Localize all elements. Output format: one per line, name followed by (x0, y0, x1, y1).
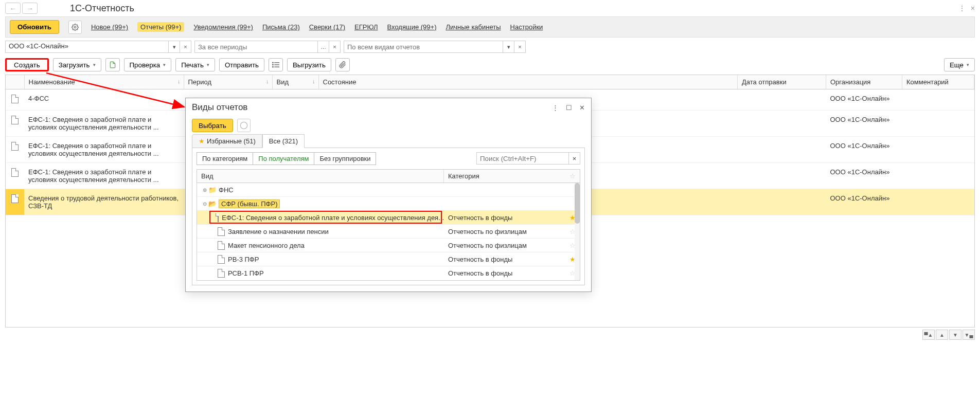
document-icon (218, 255, 225, 264)
col-state[interactable]: Состояние (318, 75, 738, 89)
tab-egrul[interactable]: ЕГРЮЛ (354, 23, 378, 31)
star-header-icon[interactable]: ☆ (569, 172, 576, 180)
tree-item[interactable]: Заявление о назначении пенсии Отчетность… (197, 225, 580, 239)
tree-item[interactable]: РВ-3 ПФР Отчетность в фонды ★ (197, 252, 580, 266)
cell-org: ООО «1С-Онлайн» (826, 111, 902, 137)
svg-point-0 (74, 26, 76, 28)
org-dropdown-button[interactable]: ▾ (169, 41, 180, 53)
paperclip-icon (339, 61, 346, 68)
more-button[interactable]: Еще▾ (944, 58, 975, 71)
document-icon (11, 168, 19, 177)
chevron-down-icon: ▾ (93, 62, 96, 67)
tab-reports[interactable]: Отчеты (99+) (137, 22, 184, 32)
check-button[interactable]: Проверка▾ (124, 58, 172, 71)
type-filter[interactable] (344, 41, 503, 53)
search-clear-button[interactable]: × (569, 152, 580, 165)
tab-all[interactable]: Все (321) (262, 134, 305, 148)
tab-letters[interactable]: Письма (23) (262, 23, 300, 31)
create-button[interactable]: Создать (5, 58, 49, 71)
print-button[interactable]: Печать▾ (175, 58, 215, 71)
svg-point-9 (240, 122, 247, 129)
group-none-button[interactable]: Без группировки (314, 152, 376, 165)
sort-icon: ↓ (177, 78, 181, 84)
attach-button[interactable] (335, 58, 350, 71)
col-period[interactable]: Период↓ (184, 75, 272, 89)
scroll-up-button[interactable]: ▲ (936, 330, 948, 340)
dialog-search-input[interactable] (476, 152, 569, 165)
cell-org: ООО «1С-Онлайн» (826, 137, 902, 163)
svg-rect-6 (274, 67, 279, 67)
tree-item[interactable]: Макет пенсионного дела Отчетность по физ… (197, 239, 580, 252)
tree-item[interactable]: ЕФС-1: Сведения о заработной плате и усл… (197, 211, 580, 225)
document-icon (218, 269, 225, 278)
document-icon (11, 116, 19, 124)
nav-back-button[interactable]: ← (5, 3, 21, 14)
expand-icon[interactable]: ⊕ (201, 187, 208, 193)
globe-icon (240, 121, 248, 130)
tab-new[interactable]: Новое (99+) (91, 23, 128, 31)
cell-name: 4-ФСС (24, 89, 184, 111)
group-by-category-button[interactable]: По категориям (197, 152, 253, 165)
chevron-down-icon: ▾ (207, 62, 209, 67)
folder-icon: 📁 (208, 186, 217, 194)
org-clear-button[interactable]: × (180, 41, 191, 53)
send-list-button[interactable] (269, 58, 283, 71)
period-filter[interactable] (194, 41, 318, 53)
scroll-top-button[interactable]: ▀▲ (922, 330, 935, 340)
info-button[interactable] (237, 119, 251, 132)
col-sent-date[interactable]: Дата отправки (738, 75, 826, 89)
list-icon (272, 62, 279, 68)
kebab-icon[interactable]: ⋮ (552, 104, 559, 112)
cell-name: Сведения о трудовой деятельности работни… (24, 189, 184, 215)
collapse-icon[interactable]: ⊖ (201, 201, 208, 207)
tab-reconciliations[interactable]: Сверки (17) (309, 23, 345, 31)
maximize-icon[interactable]: ☐ (566, 104, 572, 112)
select-button[interactable]: Выбрать (192, 119, 233, 132)
close-icon[interactable]: ✕ (579, 104, 585, 112)
svg-point-1 (272, 62, 274, 63)
kebab-icon[interactable]: ⋮ (958, 4, 966, 12)
export-button[interactable]: Выгрузить (287, 58, 331, 71)
scroll-bottom-button[interactable]: ▼▄ (963, 330, 975, 340)
send-button[interactable]: Отправить (219, 58, 264, 71)
type-dropdown-button[interactable]: ▾ (503, 41, 514, 53)
load-from-file-button[interactable] (105, 58, 120, 71)
svg-rect-4 (274, 64, 279, 65)
document-icon (11, 194, 19, 203)
tree-item[interactable]: РСВ-1 ПФР Отчетность в фонды ☆ (197, 266, 580, 280)
document-icon (11, 142, 19, 151)
col-comment[interactable]: Комментарий (902, 75, 974, 89)
update-button[interactable]: Обновить (10, 20, 59, 34)
tree-folder-fns[interactable]: ⊕ 📁 ФНС (197, 183, 580, 197)
dialog-col-category[interactable]: Категория ☆ (444, 170, 580, 183)
type-clear-button[interactable]: × (514, 41, 526, 53)
tab-notifications[interactable]: Уведомления (99+) (193, 23, 253, 31)
cell-name: ЕФС-1: Сведения о заработной плате и усл… (24, 163, 184, 189)
tab-cabinets[interactable]: Личные кабинеты (446, 23, 501, 31)
nav-forward-button[interactable]: → (22, 3, 38, 14)
col-name[interactable]: Наименование↓ (24, 75, 184, 89)
dialog-col-kind[interactable]: Вид (197, 170, 444, 183)
scrollbar[interactable] (575, 183, 580, 280)
close-panel-icon[interactable]: × (971, 4, 975, 12)
org-filter[interactable]: ООО «1С-Онлайн» (5, 41, 169, 53)
tab-settings[interactable]: Настройки (510, 23, 543, 31)
file-import-icon (109, 61, 116, 68)
tree-folder-sfr[interactable]: ⊖ 📂 СФР (бывш. ПФР) (197, 197, 580, 211)
col-org[interactable]: Организация (826, 75, 902, 89)
period-picker-button[interactable]: … (318, 41, 329, 53)
cell-name: ЕФС-1: Сведения о заработной плате и усл… (24, 111, 184, 137)
chevron-down-icon: ▾ (163, 62, 166, 67)
col-kind[interactable]: Вид↓ (272, 75, 318, 89)
scroll-down-button[interactable]: ▼ (949, 330, 961, 340)
tab-favorites[interactable]: ★ Избранные (51) (192, 134, 262, 148)
dialog-title: Виды отчетов (192, 102, 247, 113)
period-clear-button[interactable]: × (329, 41, 341, 53)
settings-gear-button[interactable] (68, 21, 82, 34)
tab-incoming[interactable]: Входящие (99+) (387, 23, 437, 31)
nav-tabs: Обновить Новое (99+) Отчеты (99+) Уведом… (5, 16, 975, 38)
footer-nav: ▀▲ ▲ ▼ ▼▄ (0, 327, 980, 342)
gear-icon (72, 24, 79, 31)
group-by-recipient-button[interactable]: По получателям (253, 152, 314, 165)
load-button[interactable]: Загрузить▾ (53, 58, 101, 71)
